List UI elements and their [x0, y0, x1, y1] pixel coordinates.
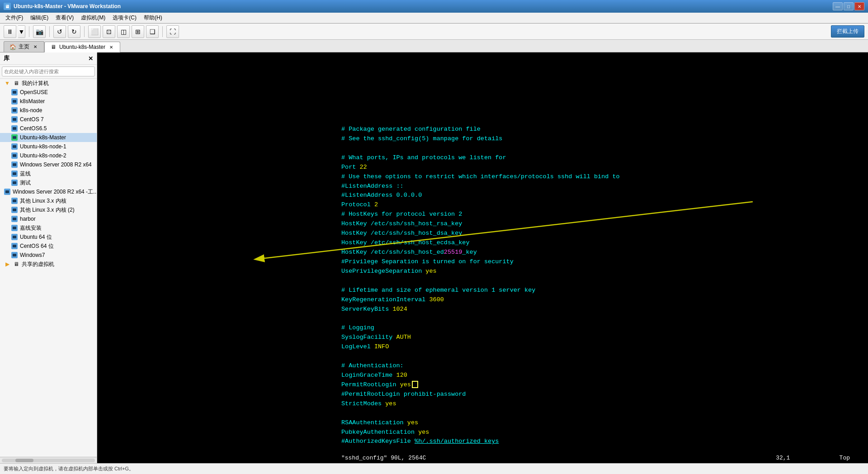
term-line-22: # Logging — [341, 324, 374, 331]
toolbar-fullscreen-btn[interactable]: ⛶ — [166, 25, 179, 38]
window-title: Ubuntu-k8s-Master - VMware Workstation — [14, 3, 121, 9]
vm-icon-lanline — [11, 170, 18, 177]
sidebar-label-harbor: harbor — [20, 216, 36, 222]
menu-help[interactable]: 帮助(H) — [140, 13, 166, 23]
sidebar-label-centos64: CentOS 64 位 — [20, 242, 54, 250]
main-layout: 库 ✕ ▼ 🖥 我的计算机 OpenSUSE k8sMaster — [0, 52, 868, 463]
sidebar-item-centos7[interactable]: CentOS 7 — [0, 115, 97, 124]
term-line-24: LogLevel INFO — [341, 343, 389, 350]
toolbar-pause-btn[interactable]: ⏸ — [4, 25, 16, 38]
app-icon: 🖥 — [4, 3, 11, 10]
terminal-content: # Package generated configuration file #… — [97, 52, 868, 452]
toolbar-view4-btn[interactable]: ⊞ — [132, 25, 144, 38]
toolbar-snapshot-btn[interactable]: 📷 — [33, 25, 46, 38]
sidebar-close-icon[interactable]: ✕ — [88, 55, 93, 62]
sidebar-tree: ▼ 🖥 我的计算机 OpenSUSE k8sMaster k8s-node — [0, 79, 97, 457]
sidebar-group-mycomputer[interactable]: ▼ 🖥 我的计算机 — [0, 79, 97, 88]
toolbar: ⏸ ▼ 📷 ↺ ↻ ⬜ ⊡ ◫ ⊞ ❑ ⛶ 拦截上传 — [0, 24, 868, 40]
toolbar-dropdown-btn[interactable]: ▼ — [18, 25, 25, 38]
sidebar-item-windows2008-work[interactable]: Windows Server 2008 R2 x64 -工... — [0, 187, 97, 196]
sidebar-header: 库 ✕ — [0, 52, 97, 65]
sidebar-search — [0, 65, 97, 79]
sidebar-label-linux3x2: 其他 Linux 3.x 内核 (2) — [20, 206, 75, 214]
toolbar-sep-1 — [29, 26, 29, 37]
term-line-8: #ListenAddress 0.0.0.0 — [341, 192, 422, 199]
menu-vm[interactable]: 虚拟机(M) — [77, 13, 109, 23]
term-line-26: # Authentication: — [341, 362, 404, 369]
tab-ubuntu-master-close[interactable]: ✕ — [108, 44, 114, 50]
toolbar-forward-btn[interactable]: ↻ — [68, 25, 80, 38]
menu-file[interactable]: 文件(F) — [2, 13, 27, 23]
vm-icon-windows7 — [11, 251, 18, 259]
sidebar-label-shared: 共享的虚拟机 — [22, 261, 54, 268]
toolbar-view2-btn[interactable]: ⊡ — [103, 25, 115, 38]
vm-icon-ubuntu-node1 — [11, 143, 18, 150]
tab-home-close[interactable]: ✕ — [32, 44, 38, 50]
tab-ubuntu-master[interactable]: 🖥 Ubuntu-k8s-Master ✕ — [44, 42, 120, 52]
vm-icon-jialine — [11, 224, 18, 232]
vm-tab-icon: 🖥 — [50, 44, 57, 50]
term-line-27: LoginGraceTime 120 — [341, 372, 407, 379]
sidebar-item-centos64[interactable]: CentOS 64 位 — [0, 242, 97, 251]
sidebar-label-lanline: 蓝线 — [20, 170, 31, 178]
vm-display-area[interactable]: # Package generated configuration file #… — [97, 52, 868, 463]
vm-icon-harbor — [11, 215, 18, 223]
vm-icon-ubuntu-master — [11, 134, 18, 141]
sidebar-item-ubuntu-master[interactable]: Ubuntu-k8s-Master — [0, 133, 97, 142]
connect-upload-btn[interactable]: 拦截上传 — [831, 25, 864, 38]
sidebar-item-centos65[interactable]: CentOS6.5 — [0, 124, 97, 133]
tab-home[interactable]: 🏠 主页 ✕ — [4, 41, 44, 52]
sidebar-item-windows7[interactable]: Windows7 — [0, 251, 97, 260]
toolbar-sep-2 — [49, 26, 50, 37]
sidebar-item-k8smaster[interactable]: k8sMaster — [0, 97, 97, 106]
toolbar-revert-btn[interactable]: ↺ — [53, 25, 66, 38]
minimize-button[interactable]: — — [833, 2, 843, 10]
term-line-34: #AuthorizedKeysFile %h/.ssh/authorized_k… — [341, 438, 499, 445]
menu-edit[interactable]: 编辑(E) — [27, 13, 52, 23]
sidebar-label-windows2008: Windows Server 2008 R2 x64 — [20, 161, 92, 168]
toolbar-view5-btn[interactable]: ❑ — [146, 25, 159, 38]
vm-icon-linux3x2 — [11, 206, 18, 213]
sidebar-label-opensuse: OpenSUSE — [20, 89, 48, 95]
sidebar-item-linux3x2[interactable]: 其他 Linux 3.x 内核 (2) — [0, 205, 97, 214]
sidebar-label-ubuntu-master: Ubuntu-k8s-Master — [20, 134, 66, 141]
term-line-18: # Lifetime and size of ephemeral version… — [341, 287, 535, 294]
sidebar-item-linux3x[interactable]: 其他 Linux 3.x 内核 — [0, 196, 97, 205]
term-line-20: ServerKeyBits 1024 — [341, 306, 407, 313]
term-line-13: HostKey /etc/ssh/ssh_host_ecdsa_key — [341, 239, 470, 246]
toolbar-view1-btn[interactable]: ⬜ — [88, 25, 101, 38]
menu-view[interactable]: 查看(V) — [52, 13, 77, 23]
sidebar-item-ubuntu-node2[interactable]: Ubuntu-k8s-node-2 — [0, 151, 97, 160]
sidebar-item-lanline[interactable]: 蓝线 — [0, 169, 97, 178]
toolbar-view3-btn[interactable]: ◫ — [117, 25, 130, 38]
maximize-button[interactable]: □ — [844, 2, 854, 10]
term-line-11: HostKey /etc/ssh/ssh_host_rsa_key — [341, 220, 462, 227]
sidebar-item-jialine[interactable]: 嘉线安装 — [0, 223, 97, 232]
vm-icon-linux3x — [11, 197, 18, 204]
sidebar-scrollbar[interactable] — [0, 457, 97, 463]
sidebar-item-harbor[interactable]: harbor — [0, 214, 97, 223]
sidebar-item-test[interactable]: 测试 — [0, 178, 97, 187]
term-line-2: # See the sshd_config(5) manpage for det… — [341, 135, 502, 142]
sidebar-item-k8snode[interactable]: k8s-node — [0, 106, 97, 115]
search-input[interactable] — [2, 66, 95, 76]
home-icon: 🏠 — [9, 44, 16, 50]
sidebar: 库 ✕ ▼ 🖥 我的计算机 OpenSUSE k8sMaster — [0, 52, 97, 463]
close-button[interactable]: ✕ — [854, 2, 864, 10]
menu-tabs[interactable]: 选项卡(C) — [109, 13, 140, 23]
vm-icon-k8snode — [11, 107, 18, 114]
sidebar-label-centos65: CentOS6.5 — [20, 125, 47, 132]
sidebar-group-shared[interactable]: ▶ 🖥 共享的虚拟机 — [0, 260, 97, 269]
term-line-5: Port 22 — [341, 164, 367, 171]
expand-icon-shared: ▶ — [4, 261, 11, 268]
sidebar-item-ubuntu-node1[interactable]: Ubuntu-k8s-node-1 — [0, 142, 97, 151]
expand-icon: ▼ — [4, 80, 11, 87]
term-line-29: #PermitRootLogin prohibit-password — [341, 391, 466, 398]
sidebar-item-opensuse[interactable]: OpenSUSE — [0, 88, 97, 97]
term-line-12: HostKey /etc/ssh/ssh_host_dsa_key — [341, 230, 462, 237]
sidebar-item-ubuntu64[interactable]: Ubuntu 64 位 — [0, 232, 97, 242]
sidebar-label-ubuntu-node2: Ubuntu-k8s-node-2 — [20, 152, 66, 159]
sidebar-item-windows2008[interactable]: Windows Server 2008 R2 x64 — [0, 160, 97, 169]
vm-icon-opensuse — [11, 89, 18, 96]
sidebar-title: 库 — [4, 54, 9, 62]
